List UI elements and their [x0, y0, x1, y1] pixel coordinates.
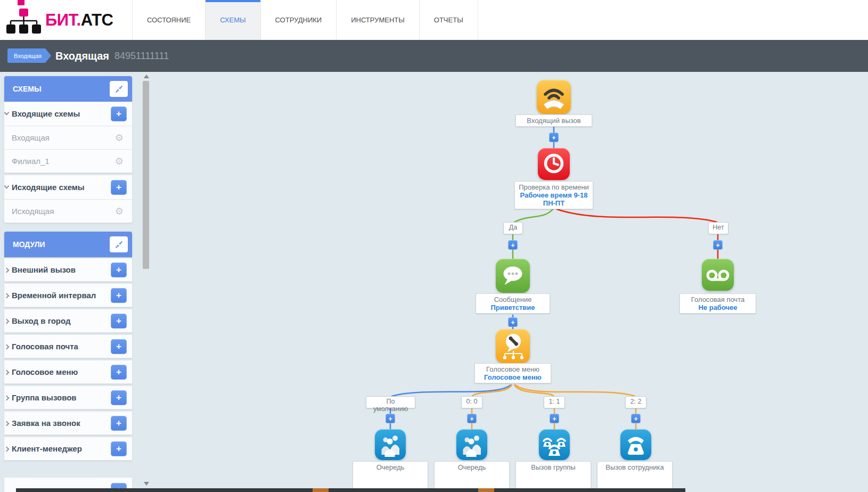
- voice-menu-icon: [496, 329, 530, 363]
- add-module-button[interactable]: +: [111, 365, 127, 380]
- module-label: Голосовая почта: [4, 342, 78, 351]
- vertical-scrollbar-thumb[interactable]: [143, 81, 149, 269]
- employee-call-label[interactable]: Вызов сотрудника: [597, 461, 673, 492]
- add-module-button[interactable]: +: [111, 390, 127, 405]
- bottom-scroll-strip[interactable]: [16, 488, 685, 492]
- branch-default-tag[interactable]: По умолчанию: [366, 396, 415, 408]
- group-label: Входящие схемы: [4, 109, 80, 118]
- sidebar-item-filial-1[interactable]: Филиал_1 ⚙: [4, 150, 132, 173]
- schemes-header-label: СХЕМЫ: [13, 85, 42, 93]
- sidebar-item-vhodyashaya[interactable]: Входящая ⚙: [4, 126, 132, 150]
- wire-ivr-key2: [515, 385, 635, 396]
- queue-label[interactable]: Очередь: [434, 461, 510, 492]
- tab-sotrudniki[interactable]: СОТРУДНИКИ: [260, 0, 337, 40]
- voice-menu-label[interactable]: Голосовое меню Голосовое меню: [474, 363, 551, 383]
- insert-node-button[interactable]: +: [550, 414, 559, 423]
- module-call-request[interactable]: Заявка на звонок +: [4, 412, 132, 435]
- branch-yes-tag[interactable]: Да: [503, 222, 523, 234]
- node-title: Очередь: [355, 463, 425, 471]
- voice-menu-node[interactable]: [496, 329, 530, 363]
- module-label: Временной интервал: [4, 291, 96, 300]
- time-check-label[interactable]: Проверка по времени Рабочее время 9-18 П…: [514, 181, 593, 209]
- schemes-panel-header: СХЕМЫ: [4, 76, 132, 102]
- add-module-button[interactable]: +: [111, 339, 127, 354]
- node-title: Входящий вызов: [527, 117, 580, 125]
- brand-primary: БИТ.: [45, 11, 81, 30]
- sidebar-item-ishodyashaya[interactable]: Исходящая ⚙: [4, 200, 132, 223]
- group-call-label[interactable]: Вызов группы: [515, 461, 591, 492]
- modules-collapse-button[interactable]: [110, 236, 128, 252]
- gear-icon[interactable]: ⚙: [115, 133, 124, 143]
- phone-icon: [620, 429, 651, 460]
- add-module-button[interactable]: +: [111, 288, 127, 303]
- module-label: Выход в город: [4, 316, 71, 325]
- node-subtitle: Рабочее время 9-18: [517, 191, 591, 199]
- tab-otchety[interactable]: ОТЧЕТЫ: [419, 0, 478, 40]
- wire-ivr-default: [392, 385, 511, 396]
- collapse-arrows-icon: [115, 85, 123, 93]
- incoming-call-node[interactable]: [537, 80, 571, 114]
- branch-1-tag[interactable]: 1: 1: [544, 396, 565, 408]
- module-voicemail[interactable]: Голосовая почта +: [4, 335, 132, 358]
- queue-node[interactable]: [456, 429, 487, 460]
- module-label: Группа вызовов: [4, 393, 77, 402]
- node-subtitle: Не рабочее: [682, 304, 754, 311]
- module-call-group[interactable]: Группа вызовов +: [4, 386, 132, 409]
- insert-node-button[interactable]: +: [549, 133, 559, 142]
- breadcrumb-bar: Входящая Входящая 84951111111: [0, 40, 868, 72]
- main-nav: СОСТОЯНИЕ СХЕМЫ СОТРУДНИКИ ИНСТРУМЕНТЫ О…: [132, 0, 478, 40]
- insert-node-button[interactable]: +: [631, 414, 641, 423]
- module-client-manager[interactable]: Клиент-менеджер +: [4, 437, 132, 461]
- group-call-node[interactable]: [539, 429, 570, 460]
- sidebar-group-outgoing-schemes[interactable]: Исходящие схемы +: [4, 175, 132, 200]
- schemes-collapse-button[interactable]: [110, 81, 128, 97]
- scrollbar-down-arrow[interactable]: [144, 482, 149, 486]
- branch-2-tag[interactable]: 2: 2: [625, 396, 646, 408]
- queue-people-icon: [375, 429, 406, 460]
- add-module-button[interactable]: +: [111, 416, 127, 431]
- module-external-call[interactable]: Внешний вызов +: [4, 258, 132, 282]
- add-module-button[interactable]: +: [111, 441, 127, 456]
- queue-label[interactable]: Очередь: [353, 461, 428, 492]
- module-time-interval[interactable]: Временной интервал +: [4, 284, 132, 307]
- queue-node[interactable]: [375, 429, 406, 460]
- node-title: Сообщение: [478, 296, 547, 304]
- module-city-exit[interactable]: Выход в город +: [4, 309, 132, 333]
- add-module-button[interactable]: +: [111, 314, 127, 329]
- employee-call-node[interactable]: [620, 429, 651, 460]
- tab-sostoyanie[interactable]: СОСТОЯНИЕ: [132, 0, 205, 40]
- add-incoming-scheme-button[interactable]: +: [111, 106, 127, 121]
- add-module-button[interactable]: +: [111, 263, 127, 277]
- group-label: Исходящие схемы: [4, 183, 85, 192]
- message-node[interactable]: [496, 259, 530, 293]
- tab-instrumenty[interactable]: ИНСТРУМЕНТЫ: [336, 0, 419, 40]
- brand-secondary: АТС: [81, 11, 113, 30]
- module-voice-menu[interactable]: Голосовое меню +: [4, 360, 132, 384]
- gear-icon[interactable]: ⚙: [115, 157, 124, 166]
- voicemail-node[interactable]: [702, 259, 734, 291]
- insert-node-button[interactable]: +: [508, 317, 518, 327]
- sidebar-group-incoming-schemes[interactable]: Входящие схемы +: [4, 102, 132, 126]
- node-subtitle: ПН-ПТ: [517, 199, 591, 207]
- time-check-node[interactable]: [538, 148, 570, 180]
- branch-no-tag[interactable]: Нет: [708, 222, 728, 234]
- add-outgoing-scheme-button[interactable]: +: [111, 180, 127, 195]
- insert-node-button[interactable]: +: [508, 240, 518, 250]
- voicemail-label[interactable]: Голосовая почта Не рабочее: [679, 293, 756, 314]
- message-label[interactable]: Сообщение Приветствие: [476, 293, 550, 314]
- breadcrumb-badge[interactable]: Входящая: [7, 48, 51, 63]
- scrollbar-up-arrow[interactable]: [144, 75, 149, 78]
- branch-0-tag[interactable]: 0: 0: [461, 396, 482, 408]
- incoming-call-icon: [537, 80, 571, 114]
- insert-node-button[interactable]: +: [467, 414, 477, 423]
- module-label: Заявка на звонок: [4, 419, 80, 428]
- wire-yes-curve: [514, 209, 553, 222]
- brand-logo[interactable]: БИТ.АТС: [45, 0, 113, 40]
- wire-ivr-key1: [514, 385, 554, 396]
- gear-icon[interactable]: ⚙: [115, 207, 124, 216]
- tab-shemy[interactable]: СХЕМЫ: [205, 0, 260, 40]
- insert-node-button[interactable]: +: [386, 414, 395, 423]
- incoming-call-label[interactable]: Входящий вызов: [515, 114, 592, 127]
- org-chart-logo-icon: [5, 9, 44, 34]
- insert-node-button[interactable]: +: [713, 240, 723, 250]
